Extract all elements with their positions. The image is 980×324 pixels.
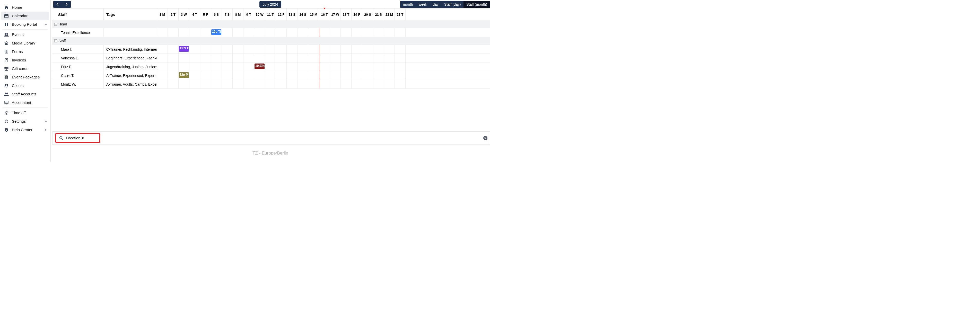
day-cell[interactable] (189, 28, 200, 37)
day-cell[interactable] (395, 54, 406, 62)
day-cell[interactable] (395, 71, 406, 80)
sidebar-item-booking-portal[interactable]: Booking Portal▶ (0, 20, 51, 29)
day-cell[interactable] (211, 71, 222, 80)
day-cell[interactable] (222, 54, 233, 62)
day-cell[interactable] (211, 80, 222, 89)
sidebar-item-media-library[interactable]: Media Library (0, 39, 51, 47)
day-cell[interactable] (265, 62, 276, 71)
day-cell[interactable] (211, 54, 222, 62)
day-cell[interactable] (233, 71, 243, 80)
day-cell[interactable] (341, 62, 352, 71)
day-cell[interactable] (395, 45, 406, 54)
day-cell[interactable] (168, 62, 178, 71)
sidebar-item-event-packages[interactable]: Event Packages (0, 73, 51, 81)
day-cell[interactable] (178, 28, 189, 37)
day-cell[interactable] (254, 45, 265, 54)
staff-name-cell[interactable]: Vanessa L. (52, 54, 104, 62)
day-cell[interactable] (243, 80, 254, 89)
day-cell[interactable] (276, 54, 287, 62)
day-cell[interactable] (265, 28, 276, 37)
day-cell[interactable] (168, 45, 178, 54)
day-cell[interactable] (395, 62, 406, 71)
day-cell[interactable] (254, 80, 265, 89)
day-cell[interactable] (222, 28, 233, 37)
day-cell[interactable] (287, 62, 298, 71)
day-cell[interactable] (200, 80, 211, 89)
day-cell[interactable] (308, 80, 319, 89)
day-cell[interactable] (276, 45, 287, 54)
day-cell[interactable] (157, 80, 168, 89)
day-cell[interactable]: 12p Tin (211, 28, 222, 37)
day-cell[interactable] (276, 80, 287, 89)
sidebar-item-accountant[interactable]: Accountant (0, 98, 51, 107)
view-tab-week[interactable]: week (416, 1, 430, 8)
day-cell[interactable] (254, 28, 265, 37)
day-cell[interactable] (276, 71, 287, 80)
day-cell[interactable] (168, 80, 178, 89)
sidebar-item-time-off[interactable]: Time off (0, 108, 51, 117)
clear-filter-button[interactable] (483, 136, 488, 140)
day-cell[interactable] (287, 28, 298, 37)
event-chip[interactable]: 10:Ein (255, 64, 264, 69)
day-cell[interactable] (352, 80, 362, 89)
day-cell[interactable] (168, 28, 178, 37)
day-cell[interactable] (319, 54, 330, 62)
month-label[interactable]: July 2024 (259, 1, 282, 8)
day-cell[interactable] (298, 80, 308, 89)
day-cell[interactable] (222, 71, 233, 80)
day-cell[interactable] (157, 28, 168, 37)
day-cell[interactable] (352, 45, 362, 54)
event-chip[interactable]: 12p M (179, 72, 189, 78)
day-cell[interactable] (211, 62, 222, 71)
sidebar-item-invoices[interactable]: Invoices (0, 56, 51, 64)
day-cell[interactable] (157, 54, 168, 62)
day-cell[interactable] (287, 45, 298, 54)
event-chip[interactable]: 11:3 Ti (179, 46, 189, 52)
day-cell[interactable] (243, 28, 254, 37)
day-cell[interactable] (211, 45, 222, 54)
day-cell[interactable] (395, 80, 406, 89)
staff-name-cell[interactable]: Moritz W. (52, 80, 104, 89)
day-cell[interactable] (330, 54, 341, 62)
day-cell[interactable] (330, 45, 341, 54)
day-cell[interactable] (373, 54, 384, 62)
sidebar-item-home[interactable]: Home (0, 3, 51, 11)
staff-name-cell[interactable]: Tennis Excellence (52, 28, 104, 37)
day-cell[interactable] (362, 71, 373, 80)
day-cell[interactable] (384, 54, 395, 62)
sidebar-item-clients[interactable]: Clients (0, 81, 51, 90)
group-row-staff[interactable]: −Staff (52, 37, 490, 45)
day-cell[interactable] (178, 80, 189, 89)
day-cell[interactable] (352, 54, 362, 62)
day-cell[interactable] (178, 54, 189, 62)
day-cell[interactable] (287, 54, 298, 62)
day-cell[interactable] (265, 54, 276, 62)
day-cell[interactable] (189, 62, 200, 71)
day-cell[interactable] (222, 80, 233, 89)
day-cell[interactable] (168, 54, 178, 62)
day-cell[interactable] (265, 71, 276, 80)
day-cell[interactable] (276, 28, 287, 37)
day-cell[interactable] (233, 28, 243, 37)
day-cell[interactable] (362, 80, 373, 89)
day-cell[interactable] (384, 80, 395, 89)
day-cell[interactable] (189, 54, 200, 62)
day-cell[interactable] (308, 71, 319, 80)
day-cell[interactable] (362, 54, 373, 62)
day-cell[interactable] (298, 54, 308, 62)
day-cell[interactable] (189, 71, 200, 80)
day-cell[interactable] (384, 62, 395, 71)
search-box[interactable] (55, 133, 100, 143)
day-cell[interactable] (373, 80, 384, 89)
day-cell[interactable] (233, 62, 243, 71)
day-cell[interactable] (395, 28, 406, 37)
day-cell[interactable] (157, 45, 168, 54)
day-cell[interactable] (276, 62, 287, 71)
collapse-toggle-icon[interactable]: − (54, 39, 57, 43)
day-cell[interactable] (352, 62, 362, 71)
day-cell[interactable] (243, 71, 254, 80)
day-cell[interactable] (222, 62, 233, 71)
day-cell[interactable] (319, 71, 330, 80)
day-cell[interactable] (384, 28, 395, 37)
prev-button[interactable] (53, 1, 62, 8)
